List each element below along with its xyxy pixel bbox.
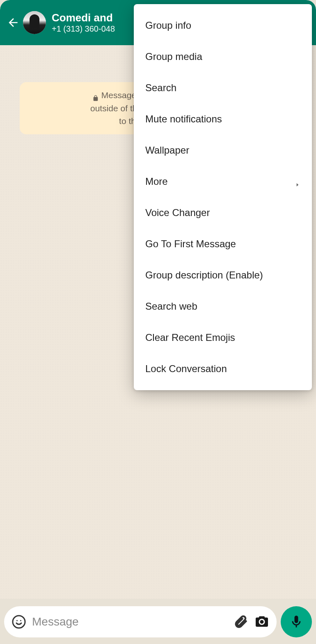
svg-point-2 [20,620,21,621]
menu-label: Wallpaper [145,145,189,156]
menu-label: Clear Recent Emojis [145,332,235,343]
svg-point-0 [13,616,25,628]
menu-first-message[interactable]: Go To First Message [134,228,312,260]
menu-more[interactable]: More [134,166,312,197]
menu-label: Search web [145,301,197,312]
menu-label: Group media [145,51,202,62]
svg-point-1 [16,620,18,621]
menu-label: Go To First Message [145,238,236,250]
menu-group-media[interactable]: Group media [134,41,312,72]
emoji-icon[interactable] [11,614,27,630]
menu-group-description[interactable]: Group description (Enable) [134,260,312,291]
group-avatar[interactable] [23,11,46,34]
message-input-field[interactable]: Message [4,606,277,637]
chevron-right-icon [295,179,300,184]
lock-icon [92,92,99,99]
menu-label: Lock Conversation [145,363,227,375]
menu-label: Voice Changer [145,207,210,218]
menu-label: More [145,176,168,187]
menu-mute-notifications[interactable]: Mute notifications [134,104,312,135]
back-button[interactable] [5,14,21,31]
menu-label: Mute notifications [145,113,222,125]
voice-record-button[interactable] [281,606,312,637]
menu-label: Search [145,82,176,94]
menu-clear-emojis[interactable]: Clear Recent Emojis [134,322,312,353]
menu-voice-changer[interactable]: Voice Changer [134,197,312,228]
message-placeholder: Message [32,615,227,628]
options-menu: Group info Group media Search Mute notif… [134,4,312,390]
menu-label: Group description (Enable) [145,269,263,281]
attachment-icon[interactable] [232,614,249,630]
menu-lock-conversation[interactable]: Lock Conversation [134,353,312,384]
message-input-bar: Message [4,606,312,637]
menu-label: Group info [145,20,191,31]
menu-search[interactable]: Search [134,72,312,104]
menu-wallpaper[interactable]: Wallpaper [134,135,312,166]
camera-icon[interactable] [254,614,270,630]
menu-search-web[interactable]: Search web [134,291,312,322]
menu-group-info[interactable]: Group info [134,10,312,41]
